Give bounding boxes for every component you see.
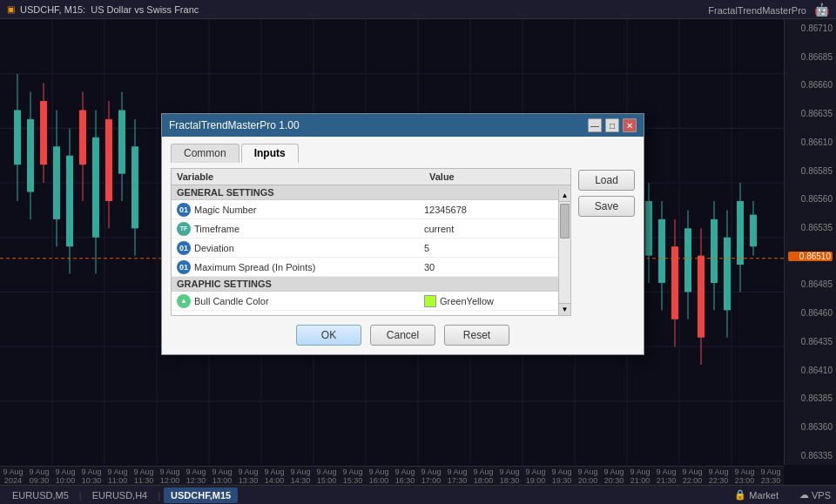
row-value: 12345678: [424, 205, 565, 215]
variable-label: Bull Candle Color: [194, 296, 269, 306]
row-value: current: [424, 224, 565, 234]
table-row[interactable]: 01 Magic Number 12345678: [172, 200, 570, 219]
dialog: FractalTrendMasterPro 1.00 — □ ✕ Common …: [161, 113, 644, 355]
side-buttons: Load Save: [578, 168, 635, 316]
row-variable: TF Timeframe: [177, 222, 424, 236]
row-value: GreenYellow: [424, 295, 565, 307]
section-graphic-settings: GRAPHIC SETTINGS: [172, 277, 570, 292]
row-value: 30: [424, 262, 565, 272]
value-text: 30: [424, 262, 435, 272]
dialog-content: Common Inputs Variable Value GENERAL SE: [162, 137, 644, 354]
color-swatch-bull: [424, 295, 436, 307]
row-icon-bull: ▲: [177, 294, 191, 308]
dialog-tabs: Common Inputs: [171, 144, 635, 163]
row-value: 5: [424, 243, 565, 253]
row-icon-01: 01: [177, 260, 191, 274]
table-row[interactable]: 01 Maximum Spread (In Points) 30: [172, 258, 570, 277]
dialog-overlay: FractalTrendMasterPro 1.00 — □ ✕ Common …: [0, 0, 836, 504]
variable-label: Timeframe: [194, 224, 239, 234]
row-variable: ▲ Bull Candle Color: [177, 294, 424, 308]
row-icon-tf: TF: [177, 222, 191, 236]
column-header-value: Value: [429, 171, 565, 182]
close-button[interactable]: ✕: [623, 118, 637, 132]
column-header-variable: Variable: [177, 171, 429, 182]
scrollbar-up-button[interactable]: ▲: [559, 190, 570, 202]
scrollbar-thumb[interactable]: [560, 204, 570, 239]
tab-common[interactable]: Common: [171, 144, 239, 163]
variable-label: Maximum Spread (In Points): [194, 262, 315, 272]
reset-button[interactable]: Reset: [444, 325, 509, 346]
table-row[interactable]: TF Timeframe current: [172, 219, 570, 239]
value-text: current: [424, 224, 454, 234]
row-icon-01: 01: [177, 203, 191, 217]
tab-inputs[interactable]: Inputs: [241, 144, 299, 163]
inputs-table: Variable Value GENERAL SETTINGS 01 Magic…: [171, 168, 571, 316]
table-body: GENERAL SETTINGS 01 Magic Number 1234567…: [172, 185, 570, 311]
variable-label: Deviation: [194, 243, 234, 253]
scrollbar[interactable]: ▲ ▼: [558, 190, 570, 315]
load-button[interactable]: Load: [578, 170, 635, 191]
save-button[interactable]: Save: [578, 196, 635, 217]
dialog-titlebar: FractalTrendMasterPro 1.00 — □ ✕: [162, 114, 644, 137]
value-text: 12345678: [424, 205, 467, 215]
value-text: 5: [424, 243, 429, 253]
table-row[interactable]: ▲ Bull Candle Color GreenYellow: [172, 292, 570, 311]
minimize-button[interactable]: —: [588, 118, 602, 132]
table-header: Variable Value: [172, 169, 570, 185]
row-variable: 01 Maximum Spread (In Points): [177, 260, 424, 274]
variable-label: Magic Number: [194, 205, 257, 215]
section-general-settings: GENERAL SETTINGS: [172, 185, 570, 200]
cancel-button[interactable]: Cancel: [370, 325, 435, 346]
row-variable: 01 Magic Number: [177, 203, 424, 217]
dialog-window-controls: — □ ✕: [588, 118, 637, 132]
scrollbar-down-button[interactable]: ▼: [559, 303, 570, 315]
row-variable: 01 Deviation: [177, 241, 424, 255]
value-text: GreenYellow: [440, 296, 494, 306]
dialog-bottom-buttons: OK Cancel Reset: [171, 325, 635, 346]
row-icon-01: 01: [177, 241, 191, 255]
ok-button[interactable]: OK: [296, 325, 361, 346]
dialog-title: FractalTrendMasterPro 1.00: [169, 119, 300, 131]
maximize-button[interactable]: □: [605, 118, 619, 132]
table-row[interactable]: 01 Deviation 5: [172, 239, 570, 258]
